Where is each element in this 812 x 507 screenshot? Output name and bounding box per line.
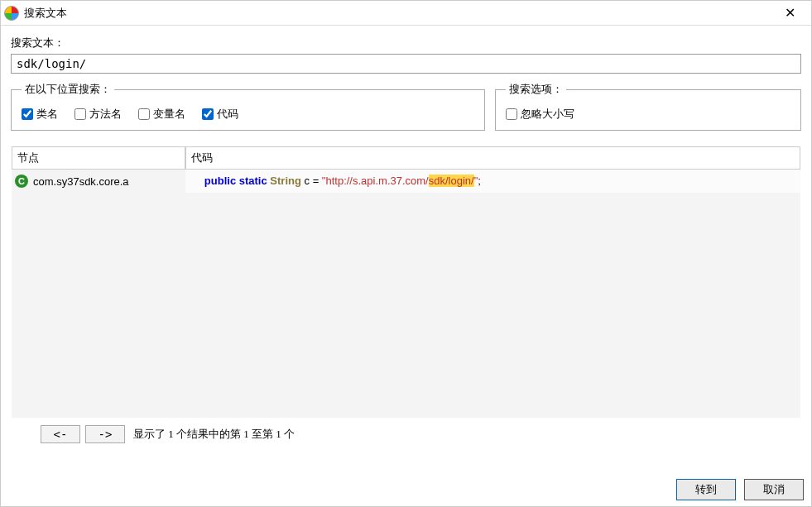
next-result-button[interactable]: ->	[85, 425, 125, 443]
result-nav: <- -> 显示了 1 个结果中的第 1 至第 1 个	[41, 425, 801, 443]
goto-button[interactable]: 转到	[676, 479, 736, 500]
window-title: 搜索文本	[24, 6, 771, 21]
search-option-0[interactable]: 忽略大小写	[506, 107, 574, 122]
search-label: 搜索文本：	[11, 36, 801, 50]
location-option-2-checkbox[interactable]	[138, 108, 150, 120]
search-options-group: 搜索选项： 忽略大小写	[495, 82, 801, 131]
search-option-0-checkbox[interactable]	[506, 108, 517, 120]
location-option-1-checkbox[interactable]	[74, 108, 86, 120]
location-option-1[interactable]: 方法名	[74, 107, 122, 122]
location-option-2-label: 变量名	[153, 107, 185, 122]
search-input[interactable]	[11, 54, 801, 74]
prev-result-button[interactable]: <-	[41, 425, 80, 443]
location-option-3-label: 代码	[217, 107, 238, 122]
result-count-status: 显示了 1 个结果中的第 1 至第 1 个	[133, 427, 295, 442]
column-header-node[interactable]: 节点	[12, 146, 185, 169]
location-option-2[interactable]: 变量名	[138, 107, 185, 122]
results-table: 节点 代码 Ccom.sy37sdk.core.a public static …	[11, 146, 801, 419]
column-header-code[interactable]: 代码	[185, 146, 800, 169]
search-locations-group: 在以下位置搜索： 类名方法名变量名代码	[11, 82, 485, 131]
location-option-0-checkbox[interactable]	[22, 108, 33, 120]
search-option-0-label: 忽略大小写	[521, 107, 574, 122]
location-option-1-label: 方法名	[89, 107, 122, 122]
search-options-legend: 搜索选项：	[506, 82, 566, 97]
app-icon	[4, 6, 19, 21]
location-option-3[interactable]: 代码	[202, 107, 238, 122]
code-cell[interactable]: public static String c = "http://s.api.m…	[185, 170, 800, 193]
cancel-button[interactable]: 取消	[744, 479, 804, 500]
location-option-3-checkbox[interactable]	[202, 108, 214, 120]
location-option-0[interactable]: 类名	[22, 107, 58, 122]
location-option-0-label: 类名	[36, 107, 58, 122]
node-cell[interactable]: Ccom.sy37sdk.core.a	[12, 170, 185, 193]
results-body[interactable]: Ccom.sy37sdk.core.a public static String…	[12, 170, 800, 418]
node-name: com.sy37sdk.core.a	[33, 175, 129, 188]
table-row[interactable]: Ccom.sy37sdk.core.a public static String…	[12, 170, 800, 193]
close-button[interactable]: ✕	[771, 1, 808, 26]
class-icon: C	[15, 175, 28, 188]
title-bar: 搜索文本 ✕	[1, 1, 811, 26]
search-locations-legend: 在以下位置搜索：	[22, 82, 114, 97]
